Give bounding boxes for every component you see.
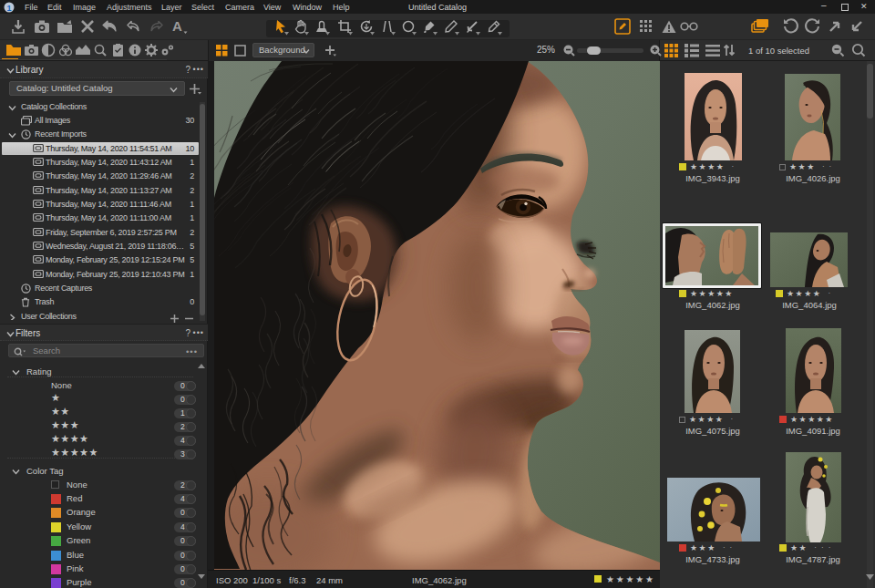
svg-text:1: 1 xyxy=(6,3,11,12)
svg-text:A: A xyxy=(172,18,182,34)
